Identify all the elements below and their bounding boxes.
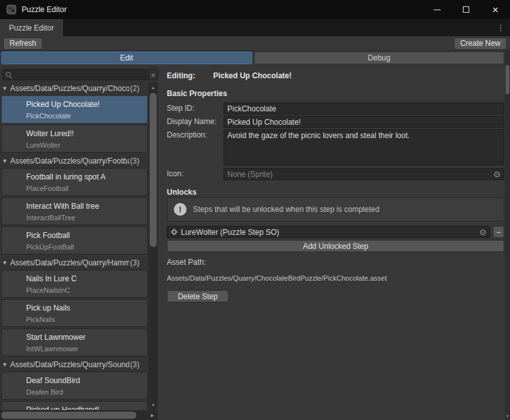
- list-scrollbar-thumb[interactable]: [150, 93, 157, 247]
- list-horizontal-scrollbar[interactable]: ▶: [0, 410, 158, 420]
- search-input[interactable]: [15, 71, 145, 80]
- add-unlocked-step-button[interactable]: Add Unlocked Step: [167, 240, 504, 252]
- remove-unlock-button[interactable]: −: [493, 226, 504, 238]
- tab-puzzle-editor[interactable]: Puzzle Editor: [0, 19, 63, 36]
- icon-object-value: None (Sprite): [227, 170, 491, 179]
- foldout-icon: ▼: [2, 361, 8, 368]
- description-row: Description: Avoid the gaze of the picni…: [167, 129, 504, 165]
- display-name-field-wrap: [223, 116, 504, 128]
- group-path: Assets/Data/Puzzles/Quarry/HammerBi: [10, 258, 129, 267]
- list-vertical-scrollbar[interactable]: ▲ ▼: [148, 83, 158, 410]
- puzzle-step-item[interactable]: Football in luring spot A PlaceFootball: [1, 168, 148, 196]
- puzzle-step-title: Pick Football: [26, 231, 145, 240]
- step-id-field-wrap: [223, 102, 504, 115]
- puzzle-step-id: PickChocolate: [26, 112, 145, 120]
- unlocks-helpbox: ! Steps that will be unlocked when this …: [167, 197, 504, 221]
- window-title: Puzzle Editor: [22, 5, 67, 14]
- group-path: Assets/Data/Puzzles/Quarry/SoundBird: [10, 360, 129, 369]
- puzzle-step-title: Wolter Lured!!: [26, 129, 145, 138]
- group-count: (3): [129, 258, 148, 267]
- scroll-right-icon[interactable]: ▶: [148, 410, 157, 420]
- hscrollbar-thumb[interactable]: [1, 412, 136, 419]
- editing-step-name: Picked Up Chocolate!: [213, 71, 292, 80]
- group-header-chocolate[interactable]: ▼ Assets/Data/Puzzles/Quarry/Chocolatel …: [0, 83, 148, 94]
- close-button[interactable]: ×: [481, 0, 510, 19]
- mode-tabs: Edit Debug: [1, 52, 504, 64]
- group-count: (2): [129, 84, 148, 93]
- object-picker-icon[interactable]: ⊙: [477, 228, 486, 236]
- create-new-button[interactable]: Create New: [454, 38, 507, 50]
- kebab-menu-icon[interactable]: ⋮: [497, 19, 505, 36]
- unlock-object-row: LureWolter (Puzzle Step SO) ⊙ −: [167, 226, 504, 238]
- tab-debug[interactable]: Debug: [254, 52, 505, 64]
- minimize-button[interactable]: [422, 0, 451, 19]
- foldout-icon: ▼: [2, 260, 8, 266]
- display-name-row: Display Name:: [167, 116, 504, 128]
- puzzle-step-item[interactable]: Picked up Headband!: [1, 401, 148, 410]
- foldout-icon: ▼: [2, 85, 8, 92]
- unlock-object-field[interactable]: LureWolter (Puzzle Step SO) ⊙: [167, 226, 490, 238]
- object-picker-icon[interactable]: ⊙: [491, 170, 500, 178]
- puzzle-step-item[interactable]: Interact With Ball tree InteractBallTree: [1, 197, 148, 225]
- scriptable-object-icon: [171, 228, 178, 235]
- step-id-field[interactable]: [227, 104, 500, 113]
- puzzle-step-id: PickUpFootBall: [26, 243, 145, 251]
- puzzle-step-item[interactable]: Wolter Lured!! LureWolter: [1, 125, 148, 153]
- editing-label: Editing:: [167, 71, 195, 80]
- puzzle-step-item[interactable]: Pick Football PickUpFootBall: [1, 227, 148, 255]
- search-icon: [5, 71, 12, 78]
- step-editor-panel: Editing: Picked Up Chocolate! Basic Prop…: [163, 66, 504, 410]
- scroll-down-icon[interactable]: ▼: [148, 401, 158, 409]
- unlocks-header: Unlocks: [167, 188, 197, 197]
- puzzle-step-id: PlaceFootball: [26, 185, 145, 192]
- unlocks-help-text: Steps that will be unlocked when this st…: [193, 205, 379, 214]
- description-field[interactable]: Avoid the gaze of the picnic lovers and …: [227, 131, 500, 164]
- puzzle-step-item[interactable]: Start Lawnmower IntWLawnmower: [1, 328, 148, 356]
- puzzle-step-item[interactable]: Nails In Lure C PlaceNailsInC: [1, 270, 148, 298]
- puzzle-step-list: ▼ Assets/Data/Puzzles/Quarry/Chocolatel …: [0, 83, 148, 410]
- scroll-up-icon[interactable]: ▲: [148, 83, 158, 92]
- refresh-button[interactable]: Refresh: [3, 38, 43, 50]
- close-icon: ×: [492, 4, 499, 15]
- clear-icon: ×: [151, 71, 155, 79]
- description-field-wrap: Avoid the gaze of the picnic lovers and …: [223, 129, 504, 165]
- puzzle-step-title: Picked up Headband!: [26, 405, 145, 410]
- puzzle-step-id: IntWLawnmower: [26, 345, 145, 353]
- window-scrollbar-thumb[interactable]: [506, 65, 509, 94]
- description-label: Description:: [167, 129, 223, 165]
- editing-header: Editing: Picked Up Chocolate!: [167, 71, 292, 80]
- maximize-icon: [463, 6, 469, 13]
- puzzle-step-item[interactable]: Pick up Nails PickNails: [1, 299, 148, 327]
- puzzle-step-title: Picked Up Chocolate!: [26, 100, 145, 109]
- puzzle-step-id: InteractBallTree: [26, 214, 145, 221]
- search-clear-button[interactable]: ×: [148, 69, 158, 80]
- search-box: [3, 69, 147, 80]
- tab-edit[interactable]: Edit: [1, 52, 252, 64]
- window-scroll-down-icon[interactable]: ▼: [505, 413, 510, 419]
- icon-row: Icon: None (Sprite) ⊙: [167, 168, 504, 180]
- group-count: (3): [129, 157, 148, 165]
- step-id-label: Step ID:: [167, 102, 223, 115]
- group-count: (3): [129, 360, 148, 369]
- asset-path-label: Asset Path:: [167, 258, 206, 267]
- window-vertical-scrollbar[interactable]: ▼: [505, 51, 510, 420]
- step-id-row: Step ID:: [167, 102, 504, 115]
- group-header-hammer[interactable]: ▼ Assets/Data/Puzzles/Quarry/HammerBi (3…: [0, 257, 148, 269]
- display-name-field[interactable]: [227, 118, 500, 127]
- icon-object-field[interactable]: None (Sprite) ⊙: [223, 168, 504, 180]
- delete-step-button[interactable]: Delete Step: [167, 290, 229, 302]
- puzzle-step-title: Pick up Nails: [26, 304, 145, 312]
- puzzle-step-item[interactable]: Deaf SoundBird Deafen Bird: [1, 372, 148, 400]
- puzzle-step-title: Nails In Lure C: [26, 274, 145, 283]
- group-header-soundbird[interactable]: ▼ Assets/Data/Puzzles/Quarry/SoundBird (…: [0, 359, 148, 370]
- group-path: Assets/Data/Puzzles/Quarry/Chocolatel: [10, 84, 129, 93]
- tab-strip: Puzzle Editor ⋮: [0, 19, 510, 36]
- puzzle-step-title: Football in luring spot A: [26, 172, 145, 181]
- group-header-football[interactable]: ▼ Assets/Data/Puzzles/Quarry/FootballBir…: [0, 155, 148, 167]
- maximize-button[interactable]: [451, 0, 481, 19]
- unlock-object-name: LureWolter (Puzzle Step SO): [181, 228, 477, 237]
- asset-path-value: Assets/Data/Puzzles/Quarry/ChocolateBird…: [167, 274, 386, 282]
- icon-label: Icon:: [167, 168, 223, 180]
- titlebar: Puzzle Editor ×: [0, 0, 510, 19]
- puzzle-step-item[interactable]: Picked Up Chocolate! PickChocolate: [1, 95, 148, 123]
